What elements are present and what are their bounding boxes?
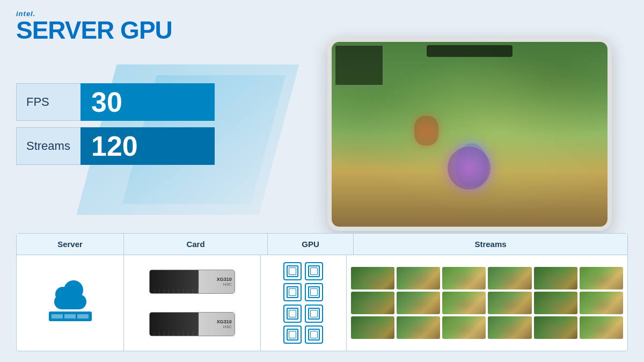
tablet-container bbox=[327, 38, 612, 231]
gpu-card-1: XG310 H3C bbox=[149, 270, 235, 294]
stream-thumb-17 bbox=[534, 316, 577, 339]
bottom-table: Server Card GPU Streams bbox=[16, 233, 628, 351]
table-header-row: Server Card GPU Streams bbox=[17, 234, 627, 255]
stream-thumb-9 bbox=[442, 292, 486, 314]
tablet-device bbox=[327, 38, 612, 231]
th-server: Server bbox=[17, 234, 124, 255]
fps-value: 30 bbox=[91, 88, 122, 116]
stream-thumb-1 bbox=[351, 267, 394, 289]
server-bar-line-2 bbox=[64, 314, 76, 318]
streams-metric-row: Streams 120 bbox=[16, 127, 215, 165]
stream-thumb-15 bbox=[442, 316, 486, 339]
col-card: XG310 H3C XG310 H3C bbox=[124, 255, 261, 351]
gpu-chips-row-1 bbox=[283, 262, 323, 280]
stream-thumb-10 bbox=[488, 292, 531, 314]
header: intel. Server GPU bbox=[16, 10, 172, 42]
gpu-chip-4-2 bbox=[305, 325, 323, 344]
th-card: Card bbox=[124, 234, 268, 255]
col-streams bbox=[347, 255, 627, 351]
gpu-chip-1-1 bbox=[283, 262, 302, 280]
gpu-chip-2-1 bbox=[283, 283, 302, 301]
game-screen bbox=[332, 42, 608, 227]
gpu-chip-3-2 bbox=[305, 305, 323, 323]
fps-metric-row: FPS 30 bbox=[16, 83, 215, 121]
stream-thumb-5 bbox=[534, 267, 577, 289]
cloud-body bbox=[54, 294, 86, 309]
th-streams: Streams bbox=[354, 234, 627, 255]
cloud-server-icon bbox=[49, 285, 92, 321]
server-bar-line-1 bbox=[52, 314, 63, 318]
gpu-chips-row-3 bbox=[283, 305, 323, 323]
gpu-chip-3-1 bbox=[283, 305, 302, 323]
stream-thumb-3 bbox=[442, 267, 486, 289]
stream-thumb-14 bbox=[397, 316, 440, 339]
stream-thumb-18 bbox=[580, 316, 623, 339]
table-body: XG310 H3C XG310 H3C bbox=[17, 255, 627, 351]
fps-label: FPS bbox=[16, 83, 80, 121]
stream-thumb-4 bbox=[488, 267, 531, 289]
game-orb bbox=[448, 147, 491, 190]
gpu-chip-2-2 bbox=[305, 283, 323, 301]
stream-thumb-12 bbox=[580, 292, 623, 314]
stream-thumb-2 bbox=[397, 267, 440, 289]
gpu-card-2: XG310 H3C bbox=[149, 312, 235, 336]
streams-label: Streams bbox=[16, 127, 80, 165]
gpu-chip-1-2 bbox=[305, 262, 323, 280]
gpu-chips-row-2 bbox=[283, 283, 323, 301]
game-ui-bar bbox=[427, 45, 513, 57]
stream-thumb-13 bbox=[351, 316, 394, 339]
gpu-chip-4-1 bbox=[283, 325, 302, 344]
stream-thumb-8 bbox=[397, 292, 440, 314]
gpu-brand-1: H3C bbox=[223, 282, 232, 287]
product-title: Server GPU bbox=[16, 18, 172, 42]
col-server bbox=[17, 255, 124, 351]
stream-thumb-16 bbox=[488, 316, 531, 339]
gpu-pcb-2 bbox=[150, 331, 235, 336]
gpu-pcb-1 bbox=[150, 289, 235, 293]
game-minimap bbox=[335, 45, 383, 85]
metrics-panel: FPS 30 Streams 120 bbox=[16, 83, 215, 171]
gpu-brand-2: H3C bbox=[223, 324, 232, 329]
col-gpu bbox=[261, 255, 347, 351]
th-gpu: GPU bbox=[268, 234, 354, 255]
gpu-model-1: XG310 bbox=[217, 277, 232, 282]
stream-thumb-6 bbox=[580, 267, 623, 289]
streams-value-box: 120 bbox=[80, 127, 215, 165]
cloud-shape bbox=[49, 285, 92, 309]
stream-thumb-7 bbox=[351, 292, 394, 314]
streams-value: 120 bbox=[91, 132, 138, 160]
gpu-chips-row-4 bbox=[283, 325, 323, 344]
gpu-model-2: XG310 bbox=[217, 319, 232, 324]
game-character-2 bbox=[414, 116, 438, 146]
server-bar-line-3 bbox=[77, 314, 89, 318]
stream-thumb-11 bbox=[534, 292, 577, 314]
stream-grid bbox=[351, 267, 623, 339]
server-bar bbox=[49, 312, 92, 321]
fps-value-box: 30 bbox=[80, 83, 215, 121]
